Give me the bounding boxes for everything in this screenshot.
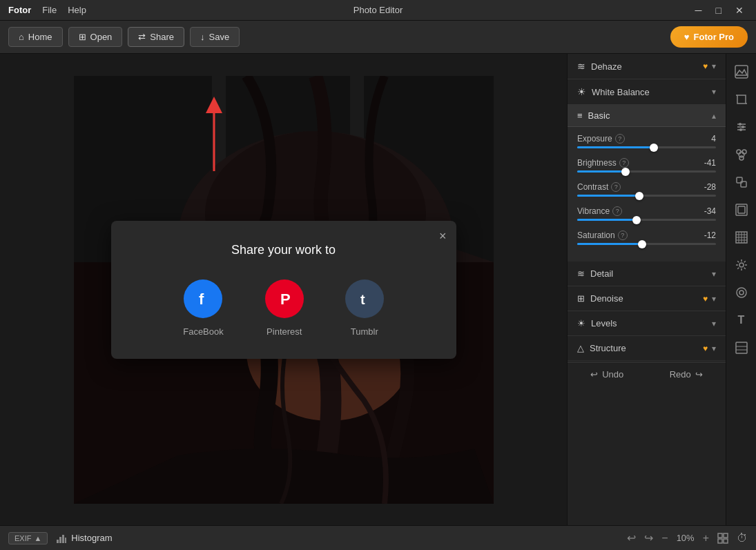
dehaze-label: Dehaze — [591, 61, 622, 72]
zoom-out-button[interactable]: − — [661, 532, 668, 544]
denoise-row[interactable]: ⊞ Denoise ♥ ▾ — [568, 286, 726, 311]
svg-rect-16 — [737, 95, 746, 104]
saturation-slider[interactable] — [577, 243, 716, 245]
landscape-tool-button[interactable] — [729, 59, 754, 84]
dehaze-left: ≋ Dehaze — [577, 61, 622, 72]
svg-rect-52 — [718, 539, 722, 543]
clone-tool-button[interactable] — [729, 170, 754, 195]
layout-tool-button[interactable] — [729, 335, 754, 360]
maximize-button[interactable]: □ — [712, 3, 726, 17]
open-label: Open — [90, 32, 113, 42]
crop-tool-button[interactable] — [729, 87, 754, 112]
vibrance-slider[interactable] — [577, 219, 716, 221]
undo-bottom-button[interactable]: ↩ — [627, 531, 636, 544]
contrast-fill — [577, 195, 639, 197]
exposure-slider[interactable] — [577, 146, 716, 148]
effects-tool-button[interactable] — [729, 142, 754, 167]
zoom-in-button[interactable]: + — [703, 532, 709, 544]
saturation-help-icon[interactable]: ? — [618, 230, 628, 240]
share-close-button[interactable]: × — [439, 229, 447, 244]
undo-button[interactable]: ↩ Undo — [568, 362, 647, 386]
tumblr-option[interactable]: t Tumblr — [345, 279, 384, 337]
vibrance-value: -34 — [704, 206, 716, 216]
open-button[interactable]: ⊞ Open — [68, 27, 123, 47]
exposure-label-row: Exposure ? 4 — [577, 134, 716, 144]
text-icon: T — [738, 314, 745, 326]
exposure-help-icon[interactable]: ? — [615, 134, 625, 144]
contrast-label-row: Contrast ? -28 — [577, 182, 716, 192]
histogram-button[interactable]: Histogram — [56, 533, 112, 544]
redo-bottom-button[interactable]: ↪ — [644, 531, 653, 544]
svg-point-40 — [739, 263, 744, 267]
brightness-slider[interactable] — [577, 170, 716, 173]
icon-bar: T — [726, 54, 756, 525]
basic-header[interactable]: ≡ Basic ▴ — [568, 105, 726, 127]
frame-tool-button[interactable] — [729, 197, 754, 222]
pinterest-option[interactable]: P Pinterest — [265, 279, 304, 337]
svg-point-23 — [742, 126, 744, 128]
facebook-option[interactable]: f FaceBook — [183, 279, 224, 337]
contrast-help-icon[interactable]: ? — [611, 182, 621, 192]
basic-header-left: ≡ Basic — [577, 110, 610, 121]
history-button[interactable]: ⏱ — [737, 532, 748, 544]
brightness-fill — [577, 170, 626, 173]
home-button[interactable]: ⌂ Home — [8, 27, 63, 47]
vibrance-help-icon[interactable]: ? — [612, 206, 622, 216]
fit-button[interactable] — [717, 533, 728, 544]
vibrance-label: Vibrance ? — [577, 206, 622, 216]
redo-label: Redo — [670, 369, 691, 380]
brightness-thumb[interactable] — [621, 168, 630, 176]
saturation-thumb[interactable] — [638, 240, 646, 248]
star-tool-button[interactable] — [729, 280, 754, 305]
svg-point-42 — [739, 291, 744, 295]
vibrance-thumb[interactable] — [632, 216, 641, 224]
save-button[interactable]: ↓ Save — [190, 27, 240, 47]
structure-right: ♥ ▾ — [703, 344, 716, 353]
vibrance-label-row: Vibrance ? -34 — [577, 206, 716, 216]
structure-row[interactable]: △ Structure ♥ ▾ — [568, 336, 726, 361]
menu-file[interactable]: File — [42, 5, 57, 15]
structure-label: Structure — [590, 343, 626, 353]
close-button[interactable]: ✕ — [731, 3, 748, 17]
redo-icon: ↪ — [695, 369, 703, 380]
white-balance-right: ▾ — [712, 87, 716, 97]
share-icon: ⇄ — [138, 32, 146, 42]
contrast-thumb[interactable] — [635, 192, 643, 200]
dehaze-row[interactable]: ≋ Dehaze ♥ ▾ — [568, 54, 726, 79]
exposure-fill — [577, 146, 654, 148]
svg-point-41 — [737, 288, 746, 297]
redo-button[interactable]: Redo ↪ — [647, 362, 726, 386]
white-balance-row[interactable]: ☀ White Balance ▾ — [568, 79, 726, 105]
exposure-row: Exposure ? 4 — [577, 134, 716, 148]
denoise-chevron: ▾ — [712, 294, 716, 304]
levels-row[interactable]: ☀ Levels ▾ — [568, 311, 726, 336]
home-icon: ⌂ — [19, 32, 24, 42]
share-button[interactable]: ⇄ Share — [128, 27, 184, 47]
texture-tool-button[interactable] — [729, 225, 754, 250]
text-tool-button[interactable]: T — [729, 308, 754, 333]
white-balance-icon: ☀ — [577, 86, 586, 97]
brightness-help-icon[interactable]: ? — [619, 158, 629, 168]
detail-chevron: ▾ — [712, 269, 716, 279]
detail-row[interactable]: ≋ Detail ▾ — [568, 262, 726, 286]
settings-tool-button[interactable] — [729, 253, 754, 277]
adjust-tool-button[interactable] — [729, 115, 754, 139]
exposure-label: Exposure ? — [577, 134, 625, 144]
saturation-label: Saturation ? — [577, 230, 628, 240]
pro-button[interactable]: ♥ Fotor Pro — [670, 26, 748, 48]
white-balance-chevron: ▾ — [712, 87, 716, 97]
minimize-button[interactable]: ─ — [691, 3, 706, 17]
exif-badge[interactable]: EXIF ▲ — [8, 532, 48, 544]
denoise-label: Denoise — [590, 293, 623, 304]
saturation-row: Saturation ? -12 — [577, 230, 716, 245]
undo-icon: ↩ — [590, 369, 598, 380]
svg-rect-48 — [62, 535, 64, 543]
share-dialog-overlay: × Share your work to f FaceBook — [74, 76, 494, 504]
main-area: × Share your work to f FaceBook — [0, 54, 756, 525]
contrast-slider[interactable] — [577, 195, 716, 197]
undo-redo-bar: ↩ Undo Redo ↪ — [568, 361, 726, 386]
detail-label: Detail — [590, 268, 613, 279]
exposure-thumb[interactable] — [650, 144, 658, 152]
denoise-right: ♥ ▾ — [703, 294, 716, 304]
menu-help[interactable]: Help — [68, 5, 86, 15]
